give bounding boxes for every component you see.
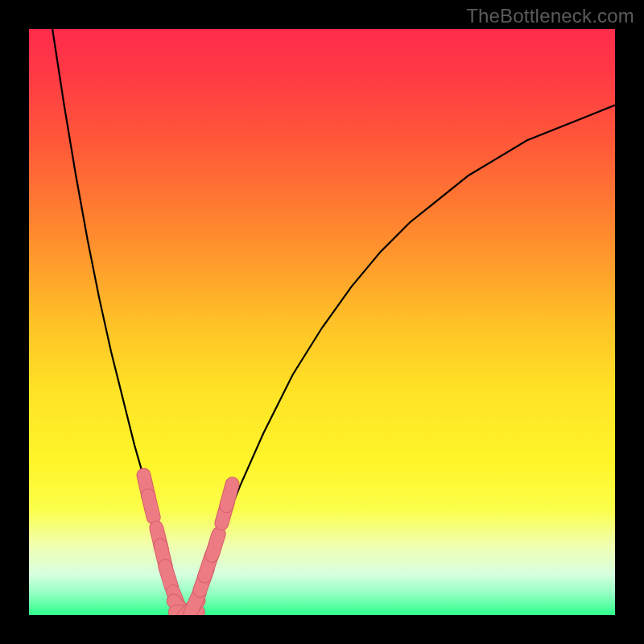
outer-frame: TheBottleneck.com — [0, 0, 644, 644]
plot-area — [29, 29, 615, 615]
marker-lozenge — [165, 566, 171, 588]
marker-lozenge — [212, 534, 218, 555]
bottleneck-curve — [52, 29, 615, 615]
watermark-text: TheBottleneck.com — [466, 5, 634, 27]
marker-layer — [143, 475, 232, 615]
chart-overlay — [29, 29, 615, 615]
marker-lozenge — [148, 496, 154, 518]
marker-lozenge — [226, 484, 232, 506]
